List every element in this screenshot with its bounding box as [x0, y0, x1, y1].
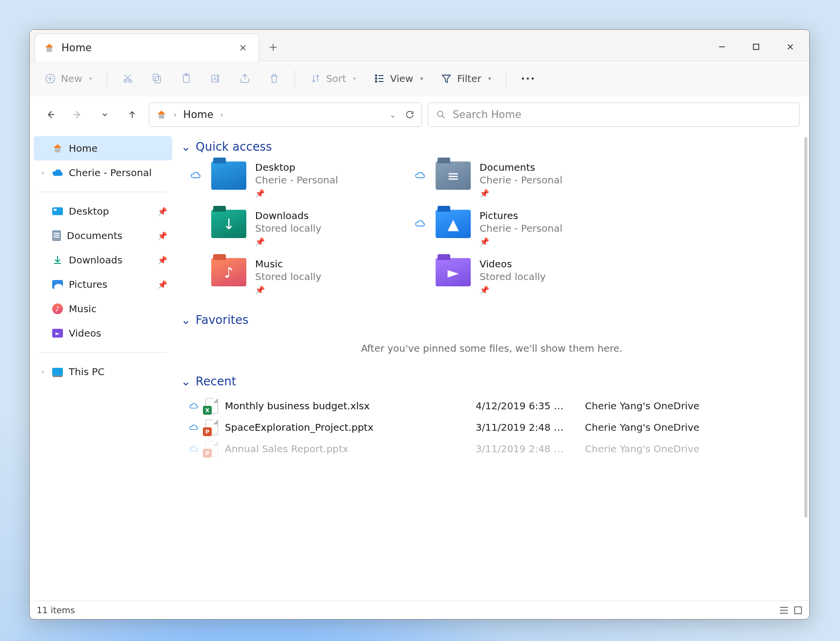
- svg-rect-4: [155, 77, 160, 83]
- close-tab-button[interactable]: [236, 41, 250, 55]
- history-dropdown-button[interactable]: [94, 104, 116, 125]
- pin-icon: 📌: [158, 207, 167, 216]
- item-sublabel: Cherie - Personal: [480, 174, 562, 186]
- sidebar-item-music[interactable]: Music: [34, 297, 172, 321]
- maximize-button[interactable]: [739, 34, 773, 60]
- filter-button[interactable]: Filter ▾: [433, 67, 499, 90]
- rename-button[interactable]: A: [202, 67, 229, 90]
- cloud-icon: [189, 210, 202, 220]
- folder-icon: ↓: [211, 210, 246, 238]
- tab-label: Home: [61, 42, 92, 54]
- share-button[interactable]: [231, 67, 259, 90]
- file-date: 3/11/2019 2:48 …: [476, 421, 578, 433]
- new-tab-button[interactable]: [262, 36, 284, 59]
- sidebar-item-label: Cherie - Personal: [69, 167, 152, 179]
- sidebar-item-videos[interactable]: Videos: [34, 321, 172, 345]
- up-button[interactable]: [121, 104, 143, 125]
- paste-button[interactable]: [173, 67, 200, 90]
- quick-access-item[interactable]: ▲PicturesCherie - Personal📌: [413, 210, 628, 246]
- details-view-button[interactable]: [779, 606, 789, 615]
- folder-icon: ►: [436, 258, 471, 286]
- svg-point-11: [375, 78, 377, 79]
- chevron-down-icon: ▾: [488, 75, 491, 82]
- pin-icon: 📌: [255, 285, 321, 295]
- more-button[interactable]: [513, 67, 542, 90]
- sidebar-item-home[interactable]: Home: [34, 136, 172, 160]
- new-label: New: [61, 73, 82, 84]
- item-name: Downloads: [255, 210, 321, 221]
- file-name: Monthly business budget.xlsx: [225, 400, 469, 412]
- section-recent[interactable]: ⌄ Recent: [179, 368, 804, 395]
- recent-file-row[interactable]: SpaceExploration_Project.pptx3/11/2019 2…: [179, 417, 804, 438]
- section-quick-access[interactable]: ⌄ Quick access: [179, 133, 804, 160]
- address-dropdown-button[interactable]: ⌄: [390, 110, 396, 120]
- minimize-button[interactable]: [705, 34, 739, 60]
- item-name: Music: [255, 258, 321, 270]
- quick-access-item[interactable]: ►VideosStored locally📌: [413, 258, 628, 295]
- close-window-button[interactable]: [773, 34, 807, 60]
- svg-point-14: [527, 77, 529, 79]
- recent-list: Monthly business budget.xlsx4/12/2019 6:…: [179, 395, 804, 460]
- search-input[interactable]: [453, 109, 791, 120]
- address-bar[interactable]: › Home › ⌄: [149, 102, 422, 127]
- cloud-icon: [189, 258, 202, 268]
- search-box[interactable]: [428, 102, 800, 127]
- content-pane: ⌄ Quick access DesktopCherie - Personal📌…: [176, 133, 809, 601]
- item-name: Documents: [480, 161, 562, 173]
- command-toolbar: New ▾ A Sort ▾ View ▾ Filter ▾: [30, 61, 809, 96]
- back-button[interactable]: [40, 104, 61, 125]
- cloud-icon: [189, 445, 199, 452]
- chevron-right-icon[interactable]: ›: [41, 368, 44, 376]
- chevron-down-icon: ▾: [420, 75, 423, 82]
- separator: [39, 192, 167, 192]
- file-date: 4/12/2019 6:35 …: [476, 400, 578, 412]
- new-button[interactable]: New ▾: [37, 67, 100, 90]
- item-name: Videos: [480, 258, 546, 270]
- scrollbar[interactable]: [804, 137, 807, 518]
- file-type-icon: [205, 441, 218, 457]
- section-favorites[interactable]: ⌄ Favorites: [179, 306, 804, 334]
- sidebar-item-pictures[interactable]: Pictures📌: [34, 272, 172, 297]
- folder-icon: ♪: [211, 258, 246, 286]
- recent-file-row[interactable]: Monthly business budget.xlsx4/12/2019 6:…: [179, 395, 804, 417]
- tab-home[interactable]: Home: [35, 34, 259, 61]
- view-button[interactable]: View ▾: [366, 67, 431, 90]
- chevron-right-icon: ›: [174, 111, 177, 119]
- file-explorer-window: Home New ▾ A Sort ▾: [29, 29, 810, 620]
- quick-access-item[interactable]: ↓DownloadsStored locally📌: [189, 210, 403, 246]
- item-sublabel: Cherie - Personal: [480, 222, 562, 234]
- quick-access-item[interactable]: ♪MusicStored locally📌: [189, 258, 403, 295]
- sidebar-item-label: Desktop: [69, 205, 109, 217]
- forward-button[interactable]: [67, 104, 88, 125]
- sidebar-item-downloads[interactable]: Downloads📌: [34, 248, 172, 272]
- sidebar-item-label: This PC: [69, 366, 104, 378]
- item-count: 11 items: [37, 605, 75, 615]
- separator: [295, 70, 295, 87]
- item-name: Desktop: [255, 161, 338, 173]
- quick-access-item[interactable]: ≡DocumentsCherie - Personal📌: [413, 161, 628, 198]
- copy-button[interactable]: [143, 67, 171, 90]
- breadcrumb-current[interactable]: Home: [183, 109, 214, 120]
- sort-button[interactable]: Sort ▾: [302, 67, 364, 90]
- recent-file-row[interactable]: Annual Sales Report.pptx3/11/2019 2:48 ……: [179, 438, 804, 460]
- favorites-empty-text: After you've pinned some files, we'll sh…: [179, 334, 804, 368]
- chevron-right-icon[interactable]: ›: [41, 169, 44, 177]
- quick-access-item[interactable]: DesktopCherie - Personal📌: [189, 161, 403, 198]
- sidebar-item-this-pc[interactable]: › This PC: [34, 360, 172, 384]
- pin-icon: 📌: [158, 231, 167, 240]
- sidebar-item-label: Home: [69, 142, 98, 154]
- pictures-icon: [52, 280, 63, 289]
- delete-button[interactable]: [260, 67, 288, 90]
- desktop-icon: [52, 207, 63, 215]
- sidebar-item-desktop[interactable]: Desktop📌: [34, 199, 172, 223]
- sidebar-item-label: Pictures: [69, 279, 107, 290]
- refresh-button[interactable]: [405, 110, 415, 120]
- pin-icon: 📌: [480, 237, 562, 246]
- sidebar-item-documents[interactable]: Documents📌: [34, 223, 172, 248]
- thumbnails-view-button[interactable]: [794, 606, 802, 615]
- pin-icon: 📌: [255, 237, 321, 246]
- folder-icon: ≡: [436, 161, 471, 190]
- cut-button[interactable]: [114, 67, 141, 90]
- sidebar-item-onedrive[interactable]: › Cherie - Personal: [34, 160, 172, 185]
- section-label: Recent: [196, 375, 236, 388]
